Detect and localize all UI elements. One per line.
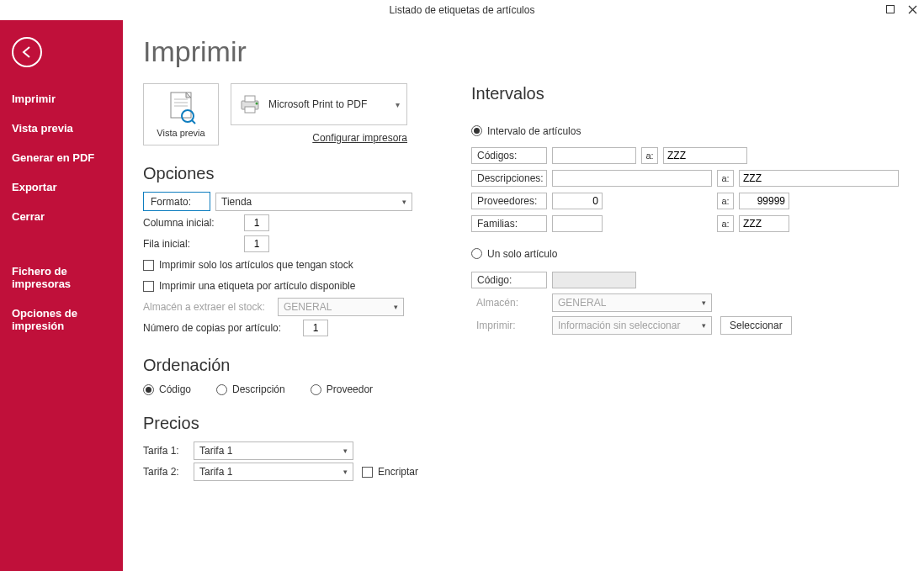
imprimir-select: Información sin seleccionar▾ <box>552 316 712 335</box>
sidebar-item-exportar[interactable]: Exportar <box>0 172 123 202</box>
window-title: Listado de etiquetas de artículos <box>390 4 535 16</box>
fila-inicial-label: Fila inicial: <box>143 238 244 250</box>
chevron-down-icon: ▾ <box>343 468 348 476</box>
radio-icon <box>471 248 482 259</box>
tarifa1-label: Tarifa 1: <box>143 445 194 457</box>
checkbox-etiqueta[interactable]: Imprimir una etiqueta por artículo dispo… <box>143 277 438 295</box>
almacen-select: GENERAL▾ <box>552 293 712 312</box>
descripciones-to-input[interactable] <box>739 170 899 187</box>
radio-icon <box>216 384 227 395</box>
radio-icon <box>143 384 154 395</box>
descripciones-from-input[interactable] <box>552 170 712 187</box>
precios-heading: Precios <box>143 414 438 433</box>
printer-name: Microsoft Print to PDF <box>268 98 367 110</box>
vista-previa-button[interactable]: Vista previa <box>143 83 219 145</box>
sidebar-item-imprimir[interactable]: Imprimir <box>0 84 123 114</box>
a-label: a: <box>717 170 734 187</box>
configure-printer-link[interactable]: Configurar impresora <box>231 132 407 144</box>
svg-line-8 <box>192 120 195 124</box>
document-preview-icon <box>166 91 196 124</box>
chevron-down-icon: ▾ <box>402 198 406 206</box>
almacen-stock-label: Almacén a extraer el stock: <box>143 301 278 313</box>
chevron-down-icon: ▾ <box>702 321 706 330</box>
copias-label: Número de copias por artículo: <box>143 322 303 334</box>
columna-inicial-input[interactable] <box>244 214 269 231</box>
chevron-down-icon: ▾ <box>343 447 348 455</box>
codigos-to-input[interactable] <box>663 147 747 164</box>
familias-label: Familias: <box>471 215 547 232</box>
fila-inicial-input[interactable] <box>244 235 269 252</box>
radio-ord-proveedor[interactable]: Proveedor <box>311 383 373 395</box>
codigo-input <box>552 272 636 288</box>
checkbox-icon <box>143 260 154 271</box>
a-label: a: <box>641 147 658 164</box>
copias-input[interactable] <box>303 320 328 336</box>
page-title: Imprimir <box>143 35 438 68</box>
tarifa2-label: Tarifa 2: <box>143 466 194 478</box>
proveedores-label: Proveedores: <box>471 193 547 209</box>
formato-select[interactable]: Tienda ▾ <box>215 193 412 211</box>
radio-ord-codigo[interactable]: Código <box>143 383 191 395</box>
radio-un-solo-articulo[interactable]: Un solo artículo <box>471 248 557 260</box>
sidebar-item-opciones-impresion[interactable]: Opciones de impresión <box>0 299 123 341</box>
chevron-down-icon: ▾ <box>394 303 398 311</box>
a-label: a: <box>717 215 734 232</box>
radio-icon <box>311 384 321 395</box>
seleccionar-button[interactable]: Seleccionar <box>720 316 792 335</box>
codigos-label: Códigos: <box>471 147 547 164</box>
checkbox-encriptar[interactable]: Encriptar <box>362 466 418 478</box>
printer-select[interactable]: Microsoft Print to PDF ▾ <box>231 83 407 125</box>
vista-previa-label: Vista previa <box>157 128 204 138</box>
proveedores-to-input[interactable] <box>739 193 789 209</box>
codigo-label: Código: <box>471 272 547 288</box>
opciones-heading: Opciones <box>143 164 438 183</box>
chevron-down-icon: ▾ <box>702 299 706 307</box>
a-label: a: <box>717 193 734 209</box>
tarifa2-select[interactable]: Tarifa 1▾ <box>194 463 353 481</box>
codigos-from-input[interactable] <box>552 147 636 164</box>
intervalos-heading: Intervalos <box>471 84 899 103</box>
almacen-label: Almacén: <box>471 294 547 311</box>
chevron-down-icon: ▾ <box>396 100 400 109</box>
printer-icon <box>238 94 262 114</box>
sidebar-item-vista-previa[interactable]: Vista previa <box>0 114 123 143</box>
ordenacion-heading: Ordenación <box>143 356 438 375</box>
sidebar-item-cerrar[interactable]: Cerrar <box>0 202 123 231</box>
titlebar: Listado de etiquetas de artículos <box>0 0 924 20</box>
tarifa1-select[interactable]: Tarifa 1▾ <box>194 441 353 460</box>
imprimir-from-label: Imprimir: <box>471 317 547 334</box>
svg-point-12 <box>256 103 258 105</box>
sidebar-item-generar-pdf[interactable]: Generar en PDF <box>0 143 123 172</box>
maximize-icon[interactable] <box>884 3 897 16</box>
close-icon[interactable] <box>905 3 919 16</box>
columna-inicial-label: Columna inicial: <box>143 217 244 229</box>
proveedores-from-input[interactable] <box>552 193 603 209</box>
descripciones-label: Descripciones: <box>471 170 547 187</box>
checkbox-icon <box>362 467 373 478</box>
svg-rect-0 <box>887 6 895 13</box>
familias-to-input[interactable] <box>739 215 789 232</box>
sidebar-item-fichero-impresoras[interactable]: Fichero de impresoras <box>0 256 123 299</box>
back-button[interactable] <box>12 37 42 67</box>
formato-label: Formato: <box>143 192 210 211</box>
radio-icon <box>471 125 482 136</box>
checkbox-icon <box>143 281 154 292</box>
radio-intervalo-articulos[interactable]: Intervalo de artículos <box>471 125 581 137</box>
svg-rect-11 <box>245 107 255 113</box>
sidebar: Imprimir Vista previa Generar en PDF Exp… <box>0 20 123 571</box>
almacen-stock-select: GENERAL ▾ <box>278 298 404 316</box>
familias-from-input[interactable] <box>552 215 603 232</box>
checkbox-stock[interactable]: Imprimir solo los artículos que tengan s… <box>143 256 438 274</box>
radio-ord-descripcion[interactable]: Descripción <box>216 383 285 395</box>
svg-rect-10 <box>245 96 255 102</box>
